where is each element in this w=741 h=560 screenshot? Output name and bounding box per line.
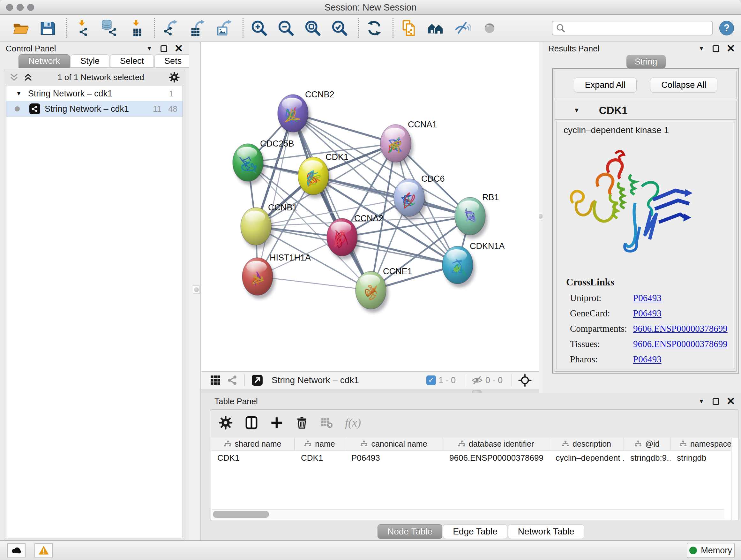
expand-all-networks-icon[interactable] (23, 72, 33, 82)
crosslink-link[interactable]: P06493 (633, 293, 662, 303)
string-home-button[interactable] (426, 18, 446, 38)
close-window-button[interactable] (6, 4, 13, 11)
crosslink-link[interactable]: P06493 (633, 354, 662, 365)
grid-view-icon[interactable] (210, 375, 221, 386)
panel-menu-icon[interactable]: ▼ (698, 45, 704, 52)
panel-close-icon[interactable]: ✕ (726, 45, 735, 52)
panel-float-icon[interactable] (160, 45, 167, 52)
crosslink-link[interactable]: 9606.ENSP00000378699 (633, 339, 728, 349)
table-panel-title: Table Panel (214, 396, 258, 407)
help-button[interactable]: ? (719, 21, 734, 36)
string-import-button[interactable] (399, 18, 419, 38)
column-header-description[interactable]: description (549, 438, 624, 450)
tab-edge-table[interactable]: Edge Table (443, 524, 508, 539)
network-node-CCNB2[interactable] (278, 95, 311, 136)
zoom-window-button[interactable] (27, 4, 34, 11)
show-hide-toggle-button[interactable] (480, 18, 499, 38)
tab-string[interactable]: String (626, 55, 666, 68)
zoom-out-button[interactable] (276, 18, 296, 38)
string-pages-icon (401, 20, 417, 37)
tab-sets[interactable]: Sets (154, 54, 192, 68)
search-input[interactable] (568, 23, 709, 33)
crosslink-link[interactable]: P06493 (633, 308, 662, 319)
zoom-fit-button[interactable] (303, 18, 323, 38)
show-columns-icon[interactable] (245, 416, 258, 429)
network-row-selected[interactable]: String Network – cdk1 11 48 (6, 101, 183, 117)
zoom-selected-button[interactable] (330, 18, 349, 38)
table-vertical-scrollbar[interactable] (732, 438, 738, 520)
delete-column-icon[interactable] (295, 416, 309, 429)
table-options-gear-icon[interactable] (219, 416, 232, 430)
tab-node-table[interactable]: Node Table (378, 524, 442, 539)
export-table-button[interactable] (188, 18, 207, 38)
export-network-button[interactable] (161, 18, 181, 38)
crosslink-link[interactable]: 9606.ENSP00000378699 (633, 323, 728, 334)
network-node-CDC6[interactable] (394, 179, 427, 220)
memory-button[interactable]: Memory (687, 543, 735, 558)
export-image-button[interactable] (214, 18, 234, 38)
network-node-CCNE1[interactable] (355, 271, 388, 313)
node-details-header[interactable]: ▼ CDK1 (555, 101, 736, 120)
save-session-button[interactable] (38, 18, 57, 38)
tab-select[interactable]: Select (110, 54, 154, 68)
warnings-button[interactable] (35, 543, 53, 557)
panel-menu-icon[interactable]: ▼ (146, 45, 152, 52)
panel-float-icon[interactable] (713, 45, 719, 52)
detach-view-icon[interactable] (251, 374, 263, 386)
tab-network-table[interactable]: Network Table (508, 524, 584, 539)
network-node-RB1[interactable] (455, 197, 488, 239)
network-node-CDK1[interactable] (298, 157, 331, 198)
import-network-file-button[interactable] (72, 18, 92, 38)
network-collection-row[interactable]: ▼ String Network – cdk1 1 (6, 86, 183, 101)
network-edge[interactable] (258, 113, 293, 276)
selected-checkbox-icon[interactable]: ✓ (426, 375, 436, 385)
network-edge[interactable] (313, 176, 470, 216)
network-node-CCNA1[interactable] (381, 125, 413, 166)
splitter-handle[interactable] (193, 286, 200, 294)
zoom-in-button[interactable] (249, 18, 269, 38)
collapse-all-button[interactable]: Collapse All (650, 78, 718, 92)
minimize-window-button[interactable] (17, 4, 23, 11)
apply-layout-button[interactable] (364, 18, 384, 38)
table-row[interactable]: CDK1CDK1P064939606.ENSP00000378699cyclin… (211, 450, 731, 465)
import-table-file-button[interactable] (126, 18, 146, 38)
network-node-HIST1H1A[interactable] (242, 258, 275, 299)
vertical-splitter-right[interactable] (539, 42, 542, 393)
collapse-all-networks-icon[interactable] (9, 72, 19, 82)
expand-all-button[interactable]: Expand All (574, 78, 637, 92)
network-canvas[interactable]: CCNB2CCNA1CDC25BCDK1CDC6RB1CCNB1CCNA2CDK… (201, 42, 539, 371)
open-session-button[interactable] (11, 18, 30, 38)
panel-close-icon[interactable]: ✕ (726, 398, 735, 405)
birds-eye-view-icon[interactable] (518, 374, 532, 387)
tab-network[interactable]: Network (18, 54, 70, 68)
tab-style[interactable]: Style (71, 54, 110, 68)
panel-menu-icon[interactable]: ▼ (698, 398, 704, 405)
collection-expander-icon[interactable]: ▼ (16, 90, 22, 97)
table-horizontal-scrollbar[interactable] (212, 509, 724, 519)
panel-close-icon[interactable]: ✕ (174, 45, 183, 52)
network-options-gear-icon[interactable] (169, 72, 180, 83)
network-node-CCNA2[interactable] (327, 219, 360, 260)
panel-float-icon[interactable] (713, 398, 719, 405)
add-column-icon[interactable] (270, 416, 283, 429)
column-header-canonical-name[interactable]: canonical name (345, 438, 443, 450)
column-header-name[interactable]: name (294, 438, 345, 450)
network-node-CDKN1A[interactable] (442, 246, 475, 287)
scrollbar-thumb[interactable] (213, 511, 269, 518)
table-cell: cyclin–dependent ... (549, 450, 624, 465)
enhanced-graphics-toggle-button[interactable] (453, 18, 473, 38)
zoom-out-icon (278, 20, 294, 37)
warning-icon (38, 545, 49, 556)
column-header-database-identifier[interactable]: database identifier (443, 438, 549, 450)
network-edge[interactable] (293, 113, 371, 290)
column-header--id[interactable]: @id (624, 438, 670, 450)
section-expander-icon[interactable]: ▼ (574, 107, 580, 114)
network-share-icon[interactable] (227, 375, 238, 386)
import-table-icon (127, 19, 145, 37)
vertical-splitter-left[interactable] (189, 42, 201, 540)
cloud-status-button[interactable] (7, 543, 25, 557)
import-network-database-button[interactable] (99, 18, 119, 38)
column-header-shared-name[interactable]: shared name (211, 438, 294, 450)
column-header-namespace[interactable]: namespace (670, 438, 731, 450)
function-builder-icon-disabled: f(x) (345, 416, 361, 429)
